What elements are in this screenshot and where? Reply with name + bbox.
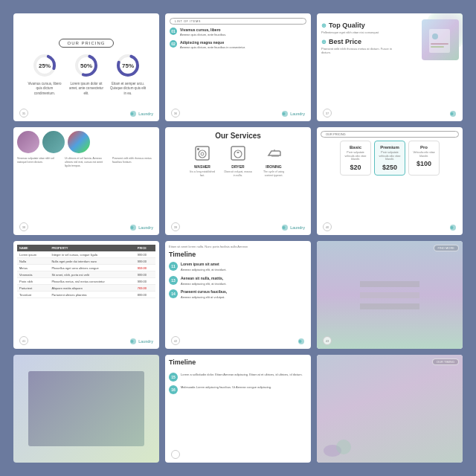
check-icon-2: ⊛ (321, 39, 327, 45)
table-cell: Integer in vel cursus, congue ligula (49, 251, 135, 258)
svg-point-15 (451, 112, 454, 115)
quality-desc-1: Pellentesque eget nibh vitae nisi conseq… (321, 30, 396, 34)
plan-premium: Premium Proin vulputate vehicula odio vi… (374, 141, 405, 176)
plans-row: Basic Proin vulputate vehicula odio vita… (321, 141, 459, 176)
list-row-1: 01 Vivamus cursus, libero Aenean quis di… (170, 28, 306, 37)
slide-logo-8 (298, 338, 305, 345)
plan-basic-price: $20 (350, 164, 361, 171)
slide-logo-1: Laundry (129, 110, 153, 118)
table-cell: Aliquam mattis aliquam (49, 285, 135, 292)
table-cell: Tincidunt (17, 292, 49, 298)
svg-rect-12 (431, 43, 448, 45)
timeline-text: Praesent cursus faucibus,Aenean adipisci… (181, 289, 227, 300)
service-ironing: IRONING The cycle of using content types… (259, 144, 289, 177)
pricing-item-2: 50% Lorem ipsum dolor sit amet, ante con… (68, 52, 104, 96)
service-dryer-name: DRYER (231, 164, 244, 169)
svg-point-27 (283, 226, 286, 229)
plan-pro-desc: Vehicula odio vitae blandit. (412, 151, 436, 158)
service-ironing-desc: The cycle of using content typeset. (259, 170, 289, 177)
slide-12-strip: OUR TIMING (317, 355, 463, 463)
page-num-8: 42 (171, 336, 180, 345)
timeline-text: Lorem ipsum sit ametAenean adipiscing el… (181, 262, 227, 272)
donut-25-label: 25% (39, 62, 51, 69)
table-cell: Parturient (17, 285, 49, 292)
plan-pro-name: Pro (420, 145, 428, 149)
logo-icon-4 (129, 224, 137, 231)
col-price: PRICE (135, 245, 155, 251)
timeline-item: 14 Praesent cursus faucibus,Aenean adipi… (169, 289, 307, 300)
col-property: PROPERTY (49, 245, 135, 251)
table-cell: 769.00 (135, 285, 155, 292)
pricing-desc-3: Etiam et semper arcu. Quisque dictum qui… (110, 82, 146, 96)
plan-premium-name: Premium (380, 145, 399, 149)
svg-rect-10 (429, 29, 450, 53)
slide-8-timeline: Etiam sit amet lorem nulla. Nunc porta f… (165, 241, 311, 349)
table-cell: Nulla (17, 258, 49, 265)
slide-logo-2: Laundry (281, 110, 305, 118)
svg-rect-13 (431, 46, 444, 48)
services-icons-row: WASHER It is a long established fact. DR… (187, 144, 289, 177)
table-row: Lorem ipsumInteger in vel cursus, congue… (17, 251, 155, 258)
table-cell: 999.00 (135, 278, 155, 285)
page-num-1: 35 (19, 109, 28, 118)
service-ironing-name: IRONING (266, 164, 281, 169)
logo-icon-8 (298, 338, 305, 345)
pricing-desc-1: Vivamus cursus, libero quis dictum condi… (27, 82, 62, 96)
donut-75: 75% (115, 52, 141, 79)
table-row: ParturientAliquam mattis aliquam769.00 (17, 285, 155, 292)
plan-premium-price: $250 (382, 164, 397, 171)
quality-desc-2: Praesent velit nibh rhoncus metus at dic… (321, 47, 396, 54)
svg-point-33 (299, 340, 302, 343)
timeline-items: 11 Lorem ipsum sit ametAenean adipiscing… (169, 262, 307, 303)
slide-logo-4: Laundry (129, 224, 153, 231)
page-num-3: 37 (323, 109, 332, 118)
table-cell: 999.00 (135, 271, 155, 278)
service-washer: WASHER It is a long established fact. (187, 144, 217, 177)
slide-2-list: LIST OF ITEMS 01 Vivamus cursus, libero … (165, 13, 311, 121)
table-cell: 999.00 (135, 251, 155, 258)
donut-75-label: 75% (122, 62, 134, 69)
table-row: TinciduntParturient ultrices pharetra899… (17, 292, 155, 298)
photo-3 (68, 131, 90, 153)
photo-bottom-inner (28, 371, 145, 447)
svg-point-29 (451, 226, 454, 229)
plan-premium-desc: Proin vulputate vehicula odio vitae blan… (378, 151, 402, 161)
page-num-9: 43 (323, 336, 332, 345)
slide-10-photo (13, 355, 159, 463)
plan-basic-name: Basic (350, 145, 361, 149)
pricing-items: 25% Vivamus cursus, libero quis dictum c… (27, 52, 146, 96)
table-cell: Sit amet, nibh, porta est velit (49, 271, 135, 278)
table-cell: 999.00 (135, 258, 155, 265)
pricing-desc-2: Lorem ipsum dolor sit amet, ante consect… (68, 82, 104, 96)
slide-logo-6 (449, 224, 457, 231)
photo-bottom-bg (13, 355, 159, 463)
svg-point-19 (199, 150, 206, 158)
svg-point-9 (283, 112, 286, 115)
timeline-bottom-item: 15 Lorem a sollicitudin dolor. Etiam Aen… (169, 373, 307, 382)
photo-caption-3: Praesent velit nibh rhoncus metus faucib… (112, 157, 155, 168)
photo-caption-1: Vivamus vulputate vitae nibh vel natoque… (17, 157, 60, 168)
table-cell: Metus (17, 265, 49, 271)
page-num-5: 39 (171, 222, 180, 231)
timeline-title: Timeline (169, 251, 307, 258)
timeline-bottom-item: 16 Malesuada Lorem adipiscing faucibus. … (169, 385, 307, 394)
pricing-item-1: 25% Vivamus cursus, libero quis dictum c… (27, 52, 62, 96)
timeline-bottom-text: Malesuada Lorem adipiscing faucibus. Ut … (181, 385, 271, 390)
washer-icon (193, 144, 211, 162)
pricing-badge: OUR PRICING (59, 39, 113, 48)
table-cell: 959.00 (135, 265, 155, 271)
table-header-row: NAME PROPERTY PRICE (17, 245, 155, 251)
logo-icon-5 (281, 224, 289, 231)
slide-1-pricing: OUR PRICING 25% Vivamus cursus, libero q… (13, 13, 159, 121)
services-title: Our Services (215, 132, 261, 140)
svg-rect-21 (197, 148, 199, 150)
list-num-1: 01 (170, 28, 177, 35)
timeline-bottom-number: 16 (169, 385, 178, 394)
table-cell: 899.00 (135, 292, 155, 298)
service-dryer: DRYER Diam sit volupat, massa in nullis. (223, 144, 253, 177)
table-cell: Phasellus eget urna ultrices congue (49, 265, 135, 271)
slide-logo-7: Laundry (129, 338, 153, 345)
timeline-item: 11 Lorem ipsum sit ametAenean adipiscing… (169, 262, 307, 272)
timeline-number: 14 (169, 289, 178, 298)
timeline-bottom-title: Timeline (169, 358, 307, 366)
